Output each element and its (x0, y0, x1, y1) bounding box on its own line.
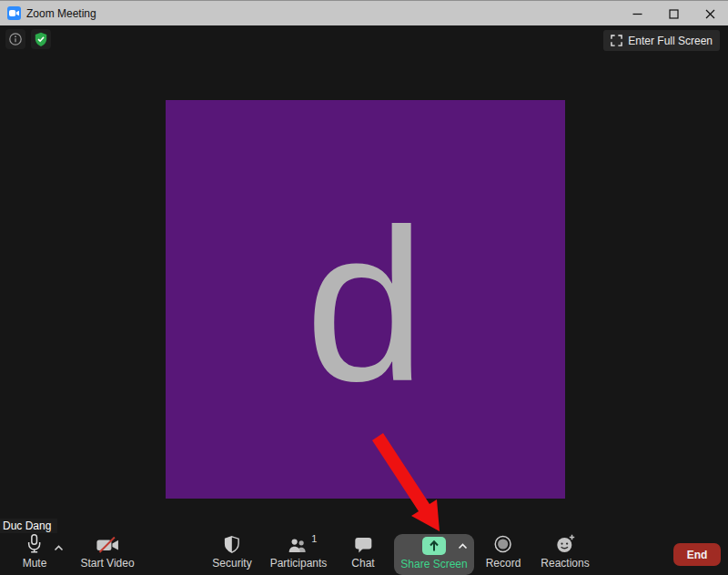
zoom-app-icon (7, 6, 21, 20)
participants-icon (287, 538, 309, 553)
end-meeting-button[interactable]: End (673, 543, 721, 566)
window-controls (619, 1, 728, 26)
participant-name-label: Duc Dang (0, 519, 57, 533)
mute-options-chevron-icon[interactable] (54, 545, 64, 551)
chat-button[interactable]: Chat (351, 535, 374, 570)
participant-video-tile: d (166, 100, 565, 499)
zoom-meeting-window: Zoom Meeting (0, 0, 728, 575)
share-screen-button[interactable]: Share Screen (394, 534, 474, 575)
security-shield-icon (224, 536, 239, 553)
info-icon (8, 32, 23, 46)
minimize-button[interactable] (619, 1, 655, 26)
window-title: Zoom Meeting (26, 7, 96, 20)
start-video-label: Start Video (80, 557, 134, 570)
fullscreen-icon (611, 35, 622, 46)
reactions-label: Reactions (541, 557, 589, 570)
encryption-shield-icon (34, 32, 48, 47)
record-button[interactable]: Record (486, 535, 521, 570)
participants-button[interactable]: 1 Participants (270, 535, 328, 570)
video-camera-off-icon (96, 537, 119, 553)
share-options-chevron-icon[interactable] (458, 543, 468, 550)
chat-label: Chat (351, 557, 374, 570)
record-icon (494, 535, 512, 553)
share-screen-label: Share Screen (400, 558, 467, 570)
security-label: Security (212, 557, 251, 570)
fullscreen-label: Enter Full Screen (628, 35, 713, 47)
close-button[interactable] (692, 1, 728, 26)
meeting-info-button[interactable] (5, 29, 25, 49)
reactions-smiley-icon (555, 534, 575, 553)
reactions-button[interactable]: Reactions (541, 535, 589, 570)
encryption-status-button[interactable] (31, 29, 51, 49)
titlebar: Zoom Meeting (0, 0, 728, 25)
arrow-up-icon (429, 540, 440, 552)
minimize-icon (632, 9, 642, 19)
camera-glyph (9, 10, 19, 16)
participants-label: Participants (270, 557, 328, 570)
close-icon (705, 9, 715, 19)
participants-count-badge: 1 (311, 533, 317, 544)
share-screen-icon (422, 537, 446, 555)
security-button[interactable]: Security (212, 535, 251, 570)
maximize-button[interactable] (655, 1, 692, 26)
microphone-icon (27, 534, 42, 553)
enter-full-screen-button[interactable]: Enter Full Screen (603, 30, 720, 51)
record-label: Record (486, 557, 521, 570)
maximize-icon (669, 9, 679, 19)
mute-button[interactable]: Mute (23, 535, 47, 570)
chat-bubble-icon (354, 537, 372, 553)
mute-label: Mute (23, 557, 47, 570)
start-video-button[interactable]: Start Video (80, 535, 134, 570)
avatar-letter: d (305, 197, 425, 413)
